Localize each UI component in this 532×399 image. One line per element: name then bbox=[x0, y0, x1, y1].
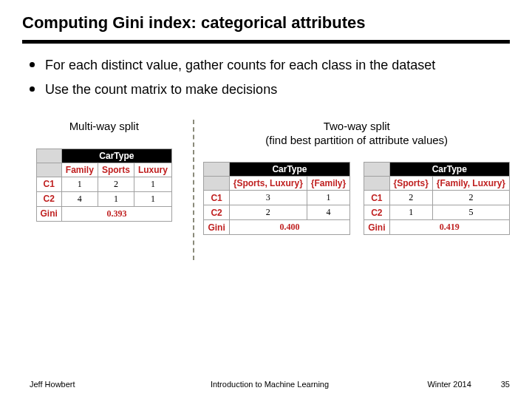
bullet-dot-icon bbox=[30, 62, 35, 67]
col-header: Luxury bbox=[134, 163, 171, 177]
cell: 1 bbox=[389, 205, 432, 220]
bullet-text: For each distinct value, gather counts f… bbox=[45, 57, 435, 74]
col-header: {Family} bbox=[307, 177, 349, 191]
gini-label: Gini bbox=[36, 206, 61, 221]
gini-value: 0.400 bbox=[229, 220, 349, 235]
gini-value: 0.393 bbox=[61, 206, 171, 221]
col-header: {Family, Luxury} bbox=[432, 177, 509, 191]
table-corner bbox=[204, 177, 229, 191]
twoway-title-line1: Two-way split bbox=[324, 120, 390, 132]
slide-footer: Jeff Howbert Introduction to Machine Lea… bbox=[30, 380, 510, 389]
col-header: {Sports} bbox=[389, 177, 432, 191]
cartype-header: CarType bbox=[229, 163, 349, 177]
row-label-c1: C1 bbox=[204, 191, 229, 205]
content-columns: Multi-way split CarType Family Sports Lu… bbox=[0, 106, 532, 260]
cell: 2 bbox=[432, 191, 509, 205]
row-label-c1: C1 bbox=[36, 177, 61, 191]
cartype-header: CarType bbox=[389, 163, 509, 177]
row-label-c2: C2 bbox=[204, 205, 229, 220]
cell: 1 bbox=[134, 191, 171, 206]
title-divider bbox=[22, 40, 510, 44]
twoway-table-a: CarType {Sports, Luxury} {Family} C1 3 1… bbox=[203, 162, 350, 235]
table-corner bbox=[364, 177, 389, 191]
gini-label: Gini bbox=[204, 220, 229, 235]
bullet-list: For each distinct value, gather counts f… bbox=[0, 57, 532, 99]
bullet-text: Use the count matrix to make decisions bbox=[45, 81, 277, 98]
bullet-dot-icon bbox=[30, 86, 35, 92]
cell: 4 bbox=[61, 191, 98, 206]
row-label-c1: C1 bbox=[364, 191, 389, 205]
col-header: {Sports, Luxury} bbox=[229, 177, 307, 191]
gini-value: 0.419 bbox=[389, 220, 509, 235]
cell: 2 bbox=[229, 205, 307, 220]
cell: 1 bbox=[98, 191, 134, 206]
row-label-c2: C2 bbox=[36, 191, 61, 206]
cell: 1 bbox=[307, 191, 349, 205]
twoway-table-b: CarType {Sports} {Family, Luxury} C1 2 2… bbox=[364, 162, 510, 235]
twoway-column: Two-way split (find best partition of at… bbox=[203, 120, 510, 260]
row-label-c2: C2 bbox=[364, 205, 389, 220]
table-corner bbox=[36, 163, 61, 177]
cell: 2 bbox=[98, 177, 134, 191]
cell: 4 bbox=[307, 205, 349, 220]
col-header: Family bbox=[61, 163, 98, 177]
multiway-table: CarType Family Sports Luxury C1 1 2 1 C2… bbox=[36, 149, 172, 222]
cell: 3 bbox=[229, 191, 307, 205]
vertical-separator bbox=[193, 120, 194, 260]
cell: 1 bbox=[61, 177, 98, 191]
table-corner bbox=[204, 163, 229, 177]
cell: 1 bbox=[134, 177, 171, 191]
col-header: Sports bbox=[98, 163, 134, 177]
twoway-title-line2: (find best partition of attribute values… bbox=[265, 134, 448, 146]
cell: 2 bbox=[389, 191, 432, 205]
bullet-item: For each distinct value, gather counts f… bbox=[30, 57, 502, 74]
footer-course: Introduction to Machine Learning bbox=[30, 380, 510, 389]
multiway-column: Multi-way split CarType Family Sports Lu… bbox=[22, 120, 185, 260]
twoway-tables-row: CarType {Sports, Luxury} {Family} C1 3 1… bbox=[203, 162, 510, 235]
bullet-item: Use the count matrix to make decisions bbox=[30, 81, 502, 98]
table-corner bbox=[36, 149, 61, 163]
multiway-title: Multi-way split bbox=[69, 120, 139, 134]
slide-title: Computing Gini index: categorical attrib… bbox=[0, 0, 532, 40]
table-corner bbox=[364, 163, 389, 177]
twoway-title: Two-way split (find best partition of at… bbox=[265, 120, 448, 148]
cartype-header: CarType bbox=[61, 149, 171, 163]
cell: 5 bbox=[432, 205, 509, 220]
gini-label: Gini bbox=[364, 220, 389, 235]
